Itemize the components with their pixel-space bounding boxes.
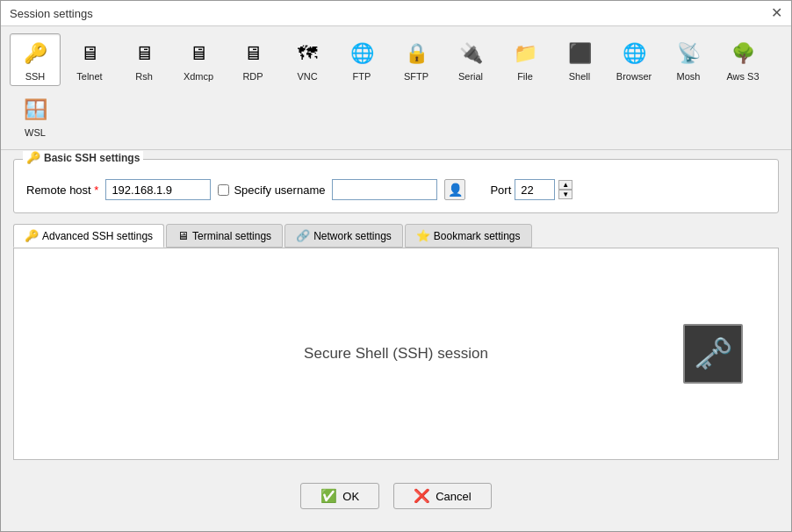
protocol-rsh[interactable]: 🖥Rsh xyxy=(119,33,169,86)
port-down-button[interactable]: ▼ xyxy=(558,190,572,199)
session-label: Secure Shell (SSH) session xyxy=(304,345,488,363)
footer-buttons: ✅ OK ❌ Cancel xyxy=(1,469,791,520)
user-icon-button[interactable]: 👤 xyxy=(444,179,465,200)
tab-advanced-ssh[interactable]: 🔑Advanced SSH settings xyxy=(13,224,164,248)
specify-username-checkbox-label[interactable]: Specify username xyxy=(218,183,325,197)
protocol-mosh[interactable]: 📡Mosh xyxy=(663,33,714,86)
protocol-shell[interactable]: ⬛Shell xyxy=(554,33,605,86)
bookmark-tab-label: Bookmark settings xyxy=(434,230,521,242)
xdmcp-label: Xdmcp xyxy=(184,71,213,82)
network-tab-icon: 🔗 xyxy=(296,229,310,242)
awss3-label: Aws S3 xyxy=(726,71,759,82)
serial-label: Serial xyxy=(458,71,483,82)
protocol-browser[interactable]: 🌐Browser xyxy=(608,33,659,86)
protocol-ssh[interactable]: 🔑SSH xyxy=(10,33,61,86)
port-label: Port xyxy=(490,183,511,197)
protocol-wsl[interactable]: 🪟WSL xyxy=(10,90,61,142)
mosh-icon: 📡 xyxy=(673,38,704,69)
network-tab-label: Network settings xyxy=(313,230,392,242)
vnc-icon: 🗺 xyxy=(292,38,323,69)
specify-username-checkbox[interactable] xyxy=(218,184,229,196)
protocol-xdmcp[interactable]: 🖥Xdmcp xyxy=(173,33,224,86)
ftp-icon: 🌐 xyxy=(346,38,378,69)
tab-network[interactable]: 🔗Network settings xyxy=(284,224,403,248)
mosh-label: Mosh xyxy=(677,71,701,82)
shell-icon: ⬛ xyxy=(564,38,595,69)
remote-host-label: Remote host * xyxy=(26,183,98,197)
file-label: File xyxy=(517,71,533,82)
terminal-tab-icon: 🖥 xyxy=(177,229,189,242)
rdp-icon: 🖥 xyxy=(237,38,269,69)
tab-content-panel: Secure Shell (SSH) session 🗝️ xyxy=(13,248,779,460)
content-area: 🔑 Basic SSH settings Remote host * Speci… xyxy=(1,150,791,469)
browser-label: Browser xyxy=(616,71,652,82)
protocol-ftp[interactable]: 🌐FTP xyxy=(336,33,387,86)
browser-icon: 🌐 xyxy=(618,38,650,69)
title-bar: Session settings ✕ xyxy=(1,1,791,26)
advanced-ssh-tab-label: Advanced SSH settings xyxy=(42,230,153,242)
awss3-icon: 🌳 xyxy=(727,38,759,69)
tab-bookmark[interactable]: ⭐Bookmark settings xyxy=(405,224,532,248)
protocol-serial[interactable]: 🔌Serial xyxy=(445,33,496,86)
ok-button[interactable]: ✅ OK xyxy=(300,483,379,509)
sftp-label: SFTP xyxy=(404,71,428,82)
vnc-label: VNC xyxy=(297,71,317,82)
file-icon: 📁 xyxy=(509,38,541,69)
rsh-label: Rsh xyxy=(135,71,153,82)
session-settings-window: Session settings ✕ 🔑SSH🖥Telnet🖥Rsh🖥Xdmcp… xyxy=(0,0,792,532)
telnet-icon: 🖥 xyxy=(74,38,105,69)
tabs-section: 🔑Advanced SSH settings🖥Terminal settings… xyxy=(13,224,779,460)
rdp-label: RDP xyxy=(242,71,263,82)
ssh-icon: 🔑 xyxy=(26,151,40,164)
protocol-vnc[interactable]: 🗺VNC xyxy=(282,33,333,86)
protocol-sftp[interactable]: 🔒SFTP xyxy=(391,33,442,86)
cancel-button[interactable]: ❌ Cancel xyxy=(393,483,491,509)
basic-settings-row: Remote host * Specify username 👤 Po xyxy=(26,179,766,200)
xdmcp-icon: 🖥 xyxy=(183,38,214,69)
rsh-icon: 🖥 xyxy=(128,38,160,69)
window-title: Session settings xyxy=(10,7,93,20)
cancel-icon: ❌ xyxy=(414,488,430,504)
tab-content-inner: Secure Shell (SSH) session 🗝️ xyxy=(14,248,778,459)
protocol-telnet[interactable]: 🖥Telnet xyxy=(64,33,115,86)
close-button[interactable]: ✕ xyxy=(771,6,782,20)
tab-terminal[interactable]: 🖥Terminal settings xyxy=(166,224,283,248)
basic-ssh-settings-box: 🔑 Basic SSH settings Remote host * Speci… xyxy=(13,159,779,213)
wsl-label: WSL xyxy=(25,127,46,138)
remote-host-input[interactable] xyxy=(105,179,211,200)
telnet-label: Telnet xyxy=(76,71,102,82)
ok-icon: ✅ xyxy=(320,488,337,504)
ftp-label: FTP xyxy=(353,71,371,82)
protocol-bar: 🔑SSH🖥Telnet🖥Rsh🖥Xdmcp🖥RDP🗺VNC🌐FTP🔒SFTP🔌S… xyxy=(1,26,791,150)
protocol-rdp[interactable]: 🖥RDP xyxy=(227,33,278,86)
port-spinner: ▲ ▼ xyxy=(558,180,572,199)
key-icon-box: 🗝️ xyxy=(683,324,743,384)
basic-settings-label: 🔑 Basic SSH settings xyxy=(23,151,143,164)
wsl-icon: 🪟 xyxy=(19,94,51,126)
port-input[interactable] xyxy=(515,179,555,200)
port-up-button[interactable]: ▲ xyxy=(558,180,572,190)
port-section: Port ▲ ▼ xyxy=(490,179,572,200)
protocol-file[interactable]: 📁File xyxy=(500,33,551,86)
terminal-tab-label: Terminal settings xyxy=(192,230,271,242)
ssh-icon: 🔑 xyxy=(19,38,51,69)
serial-icon: 🔌 xyxy=(455,38,486,69)
required-marker: * xyxy=(94,183,98,197)
sftp-icon: 🔒 xyxy=(400,38,432,69)
protocol-awss3[interactable]: 🌳Aws S3 xyxy=(717,33,768,86)
bookmark-tab-icon: ⭐ xyxy=(416,229,430,242)
username-input[interactable] xyxy=(332,179,437,200)
ssh-label: SSH xyxy=(25,71,46,82)
tabs-header: 🔑Advanced SSH settings🖥Terminal settings… xyxy=(13,224,779,248)
shell-label: Shell xyxy=(569,71,590,82)
advanced-ssh-tab-icon: 🔑 xyxy=(25,229,39,242)
